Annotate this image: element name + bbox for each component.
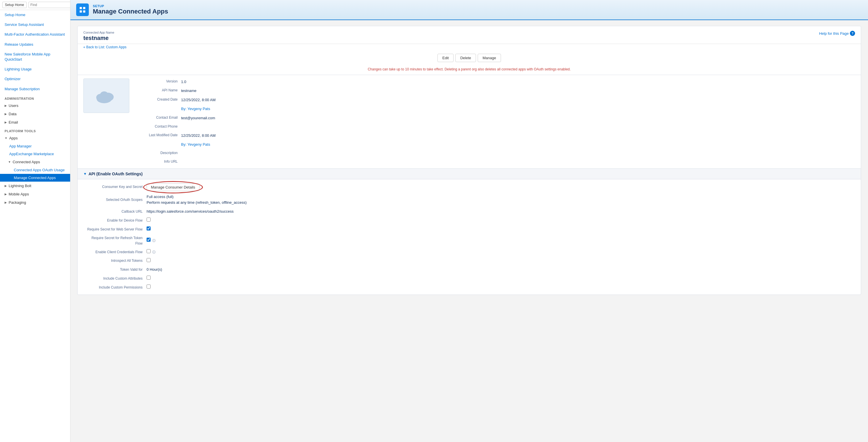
contact-phone-value: [181, 124, 855, 130]
sidebar-item-mobile-apps[interactable]: ▶ Mobile Apps: [0, 190, 70, 198]
chevron-right-icon: ▶: [5, 104, 7, 107]
svg-rect-2: [80, 10, 82, 13]
sidebar: Setup Home Setup Home Service Setup Assi…: [0, 0, 70, 442]
connected-app-info: Connected App Name testname: [83, 31, 114, 41]
search-bar: Setup Home: [0, 0, 70, 10]
oauth-section-header[interactable]: ▼ API (Enable OAuth Settings): [78, 168, 861, 179]
sidebar-item-connected-apps[interactable]: ▼ Connected Apps: [0, 158, 70, 166]
administration-group: ▶ Users ▶ Data ▶ Email: [0, 101, 70, 126]
manage-button[interactable]: Manage: [478, 54, 501, 62]
contact-email-value: test@youremail.com: [181, 115, 855, 121]
custom-attributes-label: Include Custom Attributes: [83, 276, 147, 281]
search-input[interactable]: [28, 2, 70, 8]
sidebar-top-items: Setup Home Service Setup Assistant Multi…: [0, 10, 70, 94]
warning-text: Changes can take up to 10 minutes to tak…: [78, 65, 861, 75]
chevron-down-icon: ▼: [5, 136, 7, 140]
sidebar-item-app-manager[interactable]: App Manager: [0, 142, 70, 150]
sidebar-item-apps[interactable]: ▼ Apps: [0, 134, 70, 142]
app-logo: [83, 78, 129, 113]
connected-apps-label: Connected Apps: [13, 160, 40, 164]
packaging-label: Packaging: [9, 200, 26, 204]
sidebar-item-mfa[interactable]: Multi-Factor Authentication Assistant: [0, 30, 70, 39]
device-flow-value: [147, 218, 855, 224]
setup-icon: [76, 3, 89, 16]
info-url-label: Info URL: [135, 159, 181, 165]
lightning-bolt-label: Lightning Bolt: [9, 184, 31, 188]
help-link[interactable]: Help for this Page ?: [819, 31, 855, 36]
token-valid-value: 0 Hour(s): [147, 267, 855, 273]
content-area: Connected App Name testname Help for thi…: [70, 20, 868, 442]
chevron-right-icon: ▶: [5, 121, 7, 124]
sidebar-item-setup-home[interactable]: Setup Home: [0, 10, 70, 20]
custom-attributes-checkbox[interactable]: [147, 276, 151, 280]
svg-rect-0: [80, 7, 82, 9]
help-link-label: Help for this Page: [819, 31, 849, 36]
created-by-link[interactable]: By: Yevgeny Pats: [181, 106, 210, 111]
web-server-flow-label: Require Secret for Web Server Flow: [83, 227, 147, 232]
sidebar-item-release-updates[interactable]: Release Updates: [0, 40, 70, 50]
content-card: Connected App Name testname Help for thi…: [77, 26, 861, 295]
custom-permissions-checkbox[interactable]: [147, 285, 151, 288]
platform-tools-group: ▼ Apps App Manager AppExchange Marketpla…: [0, 134, 70, 207]
sidebar-item-users[interactable]: ▶ Users: [0, 101, 70, 110]
introspect-tokens-checkbox[interactable]: [147, 258, 151, 262]
chevron-right-icon: ▶: [5, 184, 7, 187]
email-label: Email: [9, 120, 18, 124]
administration-header: ADMINISTRATION: [0, 94, 70, 101]
card-header: Connected App Name testname Help for thi…: [78, 26, 861, 44]
sidebar-item-data[interactable]: ▶ Data: [0, 110, 70, 118]
custom-permissions-label: Include Custom Permissions: [83, 285, 147, 290]
callback-url-value: https://login.salesforce.com/services/oa…: [147, 209, 855, 215]
connected-app-name-value: testname: [83, 35, 114, 41]
svg-point-7: [100, 91, 108, 99]
client-credentials-checkbox[interactable]: [147, 249, 151, 253]
created-date-label: Created Date: [135, 97, 181, 103]
sidebar-item-connected-apps-oauth[interactable]: Connected Apps OAuth Usage: [0, 166, 70, 174]
last-modified-date-value: 12/25/2022, 8:00 AM: [181, 132, 855, 139]
main-content: SETUP Manage Connected Apps Connected Ap…: [70, 0, 868, 442]
setup-label: SETUP: [93, 4, 168, 8]
consumer-key-value: Manage Consumer Details: [147, 183, 855, 191]
refresh-token-flow-label: Require Secret for Refresh Token Flow: [83, 235, 147, 246]
client-credentials-value: ⓘ: [147, 249, 855, 255]
token-valid-label: Token Valid for: [83, 267, 147, 273]
consumer-key-label: Consumer Key and Secret: [83, 184, 147, 190]
sidebar-item-manage-connected-apps[interactable]: Manage Connected Apps: [0, 174, 70, 182]
web-server-flow-value: [147, 226, 855, 232]
back-link[interactable]: « Back to List: Custom Apps: [78, 44, 132, 50]
sidebar-item-appexchange[interactable]: AppExchange Marketplace: [0, 150, 70, 158]
data-label: Data: [9, 112, 17, 116]
api-name-value: testname: [181, 87, 855, 94]
detail-section: Version 1.0 API Name testname Created Da…: [78, 75, 861, 168]
callback-url-label: Callback URL: [83, 209, 147, 214]
cloud-logo-icon: [93, 86, 119, 106]
sidebar-item-service-setup[interactable]: Service Setup Assistant: [0, 20, 70, 30]
sidebar-item-lightning-usage[interactable]: Lightning Usage: [0, 64, 70, 74]
created-by-value: By: Yevgeny Pats: [181, 105, 855, 112]
sidebar-item-manage-subscription[interactable]: Manage Subscription: [0, 84, 70, 94]
last-modified-by-link[interactable]: By: Yevgeny Pats: [181, 142, 210, 147]
setup-home-button[interactable]: Setup Home: [2, 2, 27, 8]
sidebar-item-email[interactable]: ▶ Email: [0, 118, 70, 126]
last-modified-date-label: Last Modified Date: [135, 132, 181, 139]
version-value: 1.0: [181, 78, 855, 85]
sidebar-item-packaging[interactable]: ▶ Packaging: [0, 198, 70, 207]
manage-consumer-details-button[interactable]: Manage Consumer Details: [147, 183, 199, 191]
refresh-token-flow-checkbox[interactable]: [147, 238, 151, 242]
contact-email-label: Contact Email: [135, 115, 181, 121]
oauth-scopes-value: Full access (full)Perform requests at an…: [147, 194, 855, 206]
sidebar-item-mobile-quickstart[interactable]: New Salesforce Mobile App QuickStart: [0, 50, 70, 64]
edit-button[interactable]: Edit: [437, 54, 454, 62]
sidebar-item-optimizer[interactable]: Optimizer: [0, 74, 70, 84]
chevron-right-icon: ▶: [5, 193, 7, 196]
apps-label: Apps: [9, 136, 18, 140]
users-label: Users: [9, 103, 19, 108]
device-flow-checkbox[interactable]: [147, 218, 151, 222]
sidebar-item-lightning-bolt[interactable]: ▶ Lightning Bolt: [0, 182, 70, 190]
last-modified-by-value: By: Yevgeny Pats: [181, 141, 855, 148]
web-server-flow-checkbox[interactable]: [147, 226, 151, 230]
delete-button[interactable]: Delete: [455, 54, 476, 62]
svg-rect-3: [83, 10, 85, 13]
oauth-scopes-label: Selected OAuth Scopes: [83, 197, 147, 202]
contact-phone-label: Contact Phone: [135, 124, 181, 130]
